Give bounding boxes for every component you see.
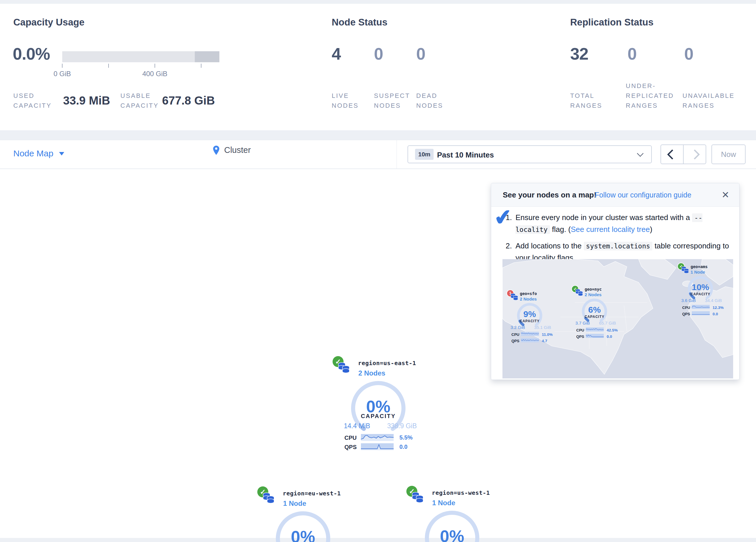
under-replicated-label1: REPLICATED bbox=[626, 92, 674, 100]
region-card-eu-west-1[interactable]: ✓ region=eu-west-1 1 Node 0% CAPACITY 9.… bbox=[257, 486, 356, 542]
time-back-button[interactable] bbox=[661, 145, 684, 163]
step-text: Ensure every node in your cluster was st… bbox=[515, 213, 692, 222]
unavailable-label1: UNAVAILABLE bbox=[682, 92, 735, 100]
cpu-sparkline bbox=[586, 328, 604, 332]
region-locality-label: region=us-east-1 bbox=[358, 360, 416, 367]
suspect-nodes-label2: NODES bbox=[374, 102, 401, 109]
database-stack-icon bbox=[575, 289, 583, 297]
cpu-value: 5.5% bbox=[399, 434, 413, 441]
suspect-nodes-count: 0 bbox=[374, 44, 383, 63]
capacity-bar-reserved-segment bbox=[195, 51, 219, 62]
qps-label: QPS bbox=[576, 335, 584, 339]
usable-capacity-label-line1: USABLE bbox=[120, 92, 151, 100]
qps-label: QPS bbox=[344, 444, 357, 451]
cpu-label: CPU bbox=[682, 306, 690, 310]
region-node-count[interactable]: 2 Nodes bbox=[358, 369, 385, 377]
capacity-percent: 9% bbox=[512, 309, 547, 319]
callout-title: See your nodes on a map! bbox=[503, 190, 597, 199]
cluster-overview-page: Capacity Usage 0.0% 0 GiB 400 GiB USED C… bbox=[0, 0, 756, 542]
cpu-sparkline bbox=[361, 434, 394, 441]
now-button-label: Now bbox=[721, 150, 736, 159]
step-number: 1. bbox=[506, 212, 512, 223]
qps-label: QPS bbox=[682, 312, 690, 316]
time-range-badge: 10m bbox=[415, 149, 434, 160]
now-button[interactable]: Now bbox=[711, 144, 746, 164]
under-replicated-label2: RANGES bbox=[626, 102, 658, 109]
cpu-sparkline bbox=[521, 332, 539, 336]
axis-tick bbox=[155, 64, 155, 68]
qps-sparkline bbox=[361, 443, 394, 450]
map-node-card-sfo[interactable]: 1 geo=sfo 2 Nodes 9% CAPACITY 3.2 GiB 35… bbox=[507, 289, 553, 345]
region-node-count[interactable]: 1 Node bbox=[432, 499, 455, 507]
qps-value: 0.0 bbox=[607, 335, 612, 339]
capacity-usage-bar bbox=[62, 51, 219, 62]
time-forward-button[interactable] bbox=[684, 145, 706, 163]
database-stack-icon bbox=[681, 266, 689, 275]
breadcrumb[interactable]: Cluster bbox=[213, 145, 251, 155]
callout-header: See your nodes on a map! Follow our conf… bbox=[491, 183, 739, 207]
breadcrumb-cluster-label[interactable]: Cluster bbox=[224, 145, 251, 155]
region-locality-label: region=eu-west-1 bbox=[283, 490, 341, 497]
capacity-usage-percent: 0.0% bbox=[13, 44, 50, 63]
region-locality-label: region=us-west-1 bbox=[432, 489, 490, 496]
database-stack-icon bbox=[511, 293, 518, 302]
database-stack-icon bbox=[338, 362, 350, 375]
view-selector-label[interactable]: Node Map bbox=[13, 148, 53, 158]
axis-tick bbox=[108, 64, 109, 68]
region-card-us-east-1[interactable]: ✓ region=us-east-1 2 Nodes 0% CAPACITY 1… bbox=[333, 356, 431, 453]
callout-step-1: 1.Ensure every node in your cluster was … bbox=[506, 212, 737, 235]
map-node-card-nyc[interactable]: ✓ geo=nyc 2 Nodes 6% CAPACITY 3.7 GiB 65… bbox=[572, 284, 618, 341]
qps-sparkline bbox=[586, 334, 604, 338]
capacity-word: CAPACITY bbox=[577, 315, 612, 319]
axis-tick bbox=[62, 64, 63, 68]
total-ranges-label2: RANGES bbox=[570, 102, 602, 109]
capacity-percent: 10% bbox=[683, 282, 718, 292]
unavailable-count: 0 bbox=[684, 44, 693, 63]
total-capacity: 338.9 GiB bbox=[373, 422, 417, 430]
cluster-summary-bar: Capacity Usage 0.0% 0 GiB 400 GiB USED C… bbox=[0, 4, 756, 130]
configuration-guide-link[interactable]: Follow our configuration guide bbox=[595, 191, 691, 199]
step-number: 2. bbox=[506, 240, 512, 251]
total-capacity: 65.7 GiB bbox=[589, 321, 616, 326]
total-ranges-label: TOTAL bbox=[570, 92, 594, 100]
database-stack-icon bbox=[412, 492, 423, 504]
chevron-left-icon bbox=[667, 149, 677, 159]
under-replicated-count: 0 bbox=[627, 44, 636, 63]
chevron-right-icon bbox=[689, 149, 700, 159]
used-capacity: 3.6 GiB bbox=[681, 298, 696, 303]
map-pin-icon bbox=[213, 146, 219, 155]
locality-tree-link[interactable]: See current locality tree bbox=[571, 225, 650, 234]
node-status-title: Node Status bbox=[332, 17, 388, 28]
used-capacity: 3.7 GiB bbox=[575, 321, 590, 326]
chevron-down-icon bbox=[59, 152, 64, 155]
time-window-arrows bbox=[660, 144, 706, 164]
view-selector-dropdown[interactable]: Node Map bbox=[13, 148, 53, 158]
used-capacity: 14.4 MiB bbox=[344, 422, 370, 430]
database-stack-icon bbox=[263, 492, 274, 505]
cpu-value: 42.5% bbox=[607, 328, 618, 333]
live-nodes-label: LIVE bbox=[332, 92, 349, 100]
qps-value: 0.0 bbox=[399, 444, 408, 450]
map-node-card-ams[interactable]: ✓ geo=ams 1 Node 10% CAPACITY 3.6 GiB 34… bbox=[678, 261, 724, 318]
cpu-sparkline bbox=[692, 305, 710, 309]
time-range-label: Past 10 Minutes bbox=[437, 150, 494, 159]
time-range-dropdown[interactable]: 10m Past 10 Minutes bbox=[408, 145, 652, 163]
dead-nodes-label2: NODES bbox=[416, 102, 443, 109]
usable-capacity-label-line2: CAPACITY bbox=[120, 102, 159, 109]
cpu-value: 12.3% bbox=[713, 306, 724, 310]
cpu-label: CPU bbox=[344, 435, 357, 441]
usable-capacity-value: 677.8 GiB bbox=[162, 94, 215, 107]
region-card-us-west-1[interactable]: ✓ region=us-west-1 1 Node 0% CAPACITY 9.… bbox=[406, 486, 505, 542]
qps-sparkline bbox=[521, 338, 539, 342]
used-capacity-label-line1: USED bbox=[13, 92, 34, 100]
capacity-percent: 0% bbox=[274, 527, 332, 542]
total-capacity: 35.1 GiB bbox=[524, 325, 551, 330]
step-text: Add locations to the bbox=[515, 241, 584, 250]
capacity-usage-title: Capacity Usage bbox=[13, 17, 85, 28]
step-text: ) bbox=[650, 225, 652, 234]
cpu-label: CPU bbox=[511, 333, 519, 337]
live-nodes-label2: NODES bbox=[332, 102, 359, 109]
close-icon[interactable]: ✕ bbox=[722, 190, 729, 199]
suspect-nodes-label: SUSPECT bbox=[374, 92, 410, 100]
region-node-count[interactable]: 1 Node bbox=[283, 499, 306, 508]
